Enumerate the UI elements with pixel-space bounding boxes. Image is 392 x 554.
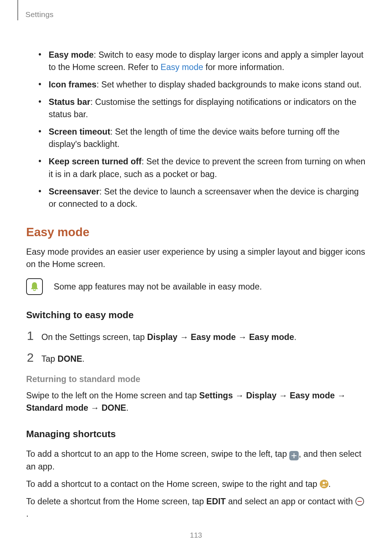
subheading-switching: Switching to easy mode bbox=[26, 309, 366, 321]
bullet-term: Easy mode bbox=[49, 50, 94, 59]
page-number: 113 bbox=[0, 531, 392, 539]
bullet-easy-mode: Easy mode: Switch to easy mode to displa… bbox=[37, 49, 366, 73]
step-number: 1 bbox=[27, 329, 41, 343]
text-mid: and select an app or contact with bbox=[226, 497, 355, 506]
bullet-term: Icon frames bbox=[49, 80, 97, 89]
path-easy-mode-2: Easy mode bbox=[249, 332, 294, 342]
minus-circle-icon bbox=[355, 497, 364, 506]
text-pre: To delete a shortcut from the Home scree… bbox=[26, 497, 206, 506]
done-label: DONE bbox=[57, 354, 82, 364]
bullet-icon-frames: Icon frames: Set whether to display shad… bbox=[37, 78, 366, 91]
managing-line-1: To add a shortcut to an app to the Home … bbox=[26, 448, 366, 473]
text-pre: To add a shortcut to a contact on the Ho… bbox=[26, 479, 320, 489]
step-2: 2 Tap DONE. bbox=[27, 350, 366, 365]
step-text: On the Settings screen, tap Display → Ea… bbox=[41, 331, 297, 343]
arrow-icon: → bbox=[177, 332, 191, 342]
note-callout: Some app features may not be available i… bbox=[26, 278, 366, 295]
arrow-icon: → bbox=[335, 391, 346, 400]
text-pre: Tap bbox=[41, 354, 57, 364]
managing-line-3: To delete a shortcut from the Home scree… bbox=[26, 495, 366, 520]
arrow-icon: → bbox=[236, 332, 249, 342]
section-title-easy-mode: Easy mode bbox=[26, 225, 366, 239]
subheading-managing: Managing shortcuts bbox=[26, 428, 366, 440]
arrow-icon: → bbox=[88, 403, 102, 413]
edit-label: EDIT bbox=[206, 497, 226, 506]
step-text: Tap DONE. bbox=[41, 353, 85, 365]
bullet-after: for more information. bbox=[203, 62, 284, 72]
bullet-keep-screen-off: Keep screen turned off: Set the device t… bbox=[37, 155, 366, 180]
minorheading-returning: Returning to standard mode bbox=[26, 374, 366, 384]
step-1: 1 On the Settings screen, tap Display → … bbox=[27, 329, 366, 343]
text-period: . bbox=[294, 332, 297, 342]
bullet-screen-timeout: Screen timeout: Set the length of time t… bbox=[37, 126, 366, 150]
managing-line-2: To add a shortcut to a contact on the Ho… bbox=[26, 478, 366, 490]
done-label: DONE bbox=[102, 403, 126, 413]
note-text: Some app features may not be available i… bbox=[54, 280, 262, 293]
bullet-status-bar: Status bar: Customise the settings for d… bbox=[37, 96, 366, 120]
bullet-text: : Set whether to display shaded backgrou… bbox=[97, 80, 362, 89]
path-standard-mode: Standard mode bbox=[26, 403, 88, 413]
link-easy-mode[interactable]: Easy mode bbox=[160, 62, 203, 72]
bullet-term: Screen timeout bbox=[49, 127, 110, 136]
text-post: . bbox=[328, 479, 331, 489]
section-intro: Easy mode provides an easier user experi… bbox=[26, 246, 366, 270]
bullet-term: Screensaver bbox=[49, 187, 99, 196]
text-period: . bbox=[126, 403, 129, 413]
path-display: Display bbox=[246, 391, 277, 400]
bullet-text: : Customise the settings for displaying … bbox=[49, 97, 356, 119]
text-period: . bbox=[82, 354, 85, 364]
feature-list: Easy mode: Switch to easy mode to displa… bbox=[37, 49, 366, 210]
path-easy-mode-1: Easy mode bbox=[191, 332, 236, 342]
text-pre: On the Settings screen, tap bbox=[41, 332, 147, 342]
arrow-icon: → bbox=[277, 391, 290, 400]
returning-text: Swipe to the left on the Home screen and… bbox=[26, 389, 366, 414]
page-header: Settings bbox=[0, 0, 392, 21]
text-post: . bbox=[26, 509, 29, 518]
bullet-screensaver: Screensaver: Set the device to launch a … bbox=[37, 185, 366, 210]
page-content: Easy mode: Switch to easy mode to displa… bbox=[0, 21, 392, 520]
add-contact-icon bbox=[320, 480, 328, 488]
breadcrumb-label: Settings bbox=[25, 10, 392, 19]
plus-icon bbox=[289, 451, 299, 460]
path-display: Display bbox=[147, 332, 177, 342]
path-settings: Settings bbox=[199, 391, 233, 400]
arrow-icon: → bbox=[233, 391, 246, 400]
bell-icon bbox=[26, 278, 43, 295]
step-number: 2 bbox=[27, 350, 41, 365]
header-rule bbox=[17, 0, 18, 20]
svg-point-0 bbox=[322, 482, 324, 484]
bullet-term: Keep screen turned off bbox=[49, 157, 142, 166]
text-pre: To add a shortcut to an app to the Home … bbox=[26, 449, 289, 459]
path-easy-mode: Easy mode bbox=[290, 391, 335, 400]
bullet-term: Status bar bbox=[49, 97, 90, 107]
text-pre: Swipe to the left on the Home screen and… bbox=[26, 391, 199, 400]
